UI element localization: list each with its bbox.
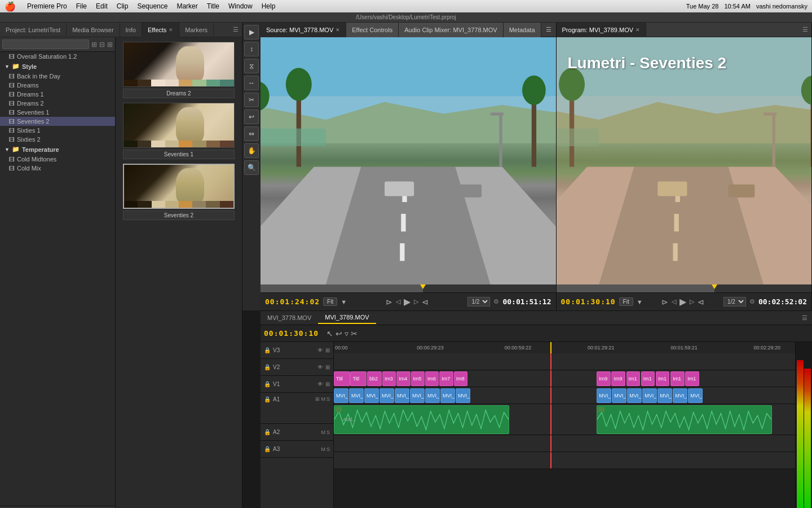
tree-item-seventies1[interactable]: 🎞 Seventies 1	[0, 108, 115, 117]
menu-marker[interactable]: Marker	[176, 2, 197, 10]
clip-v2-im1a[interactable]: Im1	[626, 371, 641, 386]
mute-a3[interactable]: M	[321, 446, 325, 452]
menu-file[interactable]: File	[76, 2, 87, 10]
clip-v1-mvi1[interactable]: MVI_	[334, 388, 348, 403]
clip-v2-im4[interactable]: Im4	[396, 371, 411, 386]
close-program-tab[interactable]: ✕	[636, 27, 640, 33]
sync-a1[interactable]: ⊞	[315, 396, 320, 402]
source-fit-button[interactable]: Fit	[323, 297, 337, 306]
timeline-menu[interactable]: ☰	[797, 314, 812, 322]
eye-v1[interactable]: 👁	[317, 381, 323, 387]
menu-clip[interactable]: Clip	[117, 2, 129, 10]
solo-a3[interactable]: S	[326, 446, 330, 452]
tab-project[interactable]: Project: LumetriTest	[0, 23, 67, 37]
timeline-razor-tool[interactable]: ✂	[351, 329, 358, 338]
mute-a2[interactable]: M	[321, 430, 325, 435]
track-a1[interactable]: Aud...	[334, 404, 795, 435]
tree-item-dreams2[interactable]: 🎞 Dreams 2	[0, 99, 115, 108]
select-tool[interactable]: ▶	[244, 25, 259, 40]
tree-item-cold-mix[interactable]: 🎞 Cold Mix	[0, 164, 115, 173]
program-panel-menu[interactable]: ☰	[799, 26, 811, 33]
clip-v2-titl1[interactable]: Titl	[334, 371, 350, 386]
close-effects-tab[interactable]: ✕	[169, 27, 173, 33]
audio-clip-mixer-tab[interactable]: Audio Clip Mixer: MVI_3778.MOV	[399, 23, 503, 37]
mark-in-icon[interactable]: ⊳	[386, 297, 392, 306]
clip-v1-mvi9[interactable]: MVI_	[456, 388, 470, 403]
menu-edit[interactable]: Edit	[96, 2, 108, 10]
track-select-tool[interactable]: ↕	[244, 42, 259, 56]
clip-v1-mvi2[interactable]: MVI_	[349, 388, 364, 403]
close-source-tab[interactable]: ✕	[336, 27, 340, 33]
lock-a1[interactable]: 🔒	[264, 396, 271, 402]
tab-info[interactable]: Info	[120, 23, 142, 37]
razor-tool[interactable]: ✂	[244, 93, 259, 107]
menu-title[interactable]: Title	[207, 2, 219, 10]
eye-v2[interactable]: 👁	[317, 364, 323, 370]
clip-v2-im5[interactable]: Im5	[411, 371, 425, 386]
program-scrubber[interactable]	[557, 284, 811, 292]
lock-a3[interactable]: 🔒	[264, 446, 271, 452]
program-playhead[interactable]	[712, 284, 717, 289]
lock-v2[interactable]: 🔒	[264, 364, 271, 370]
mute-a1[interactable]: M	[321, 396, 325, 402]
tree-group-temperature[interactable]: ▼ 📁 Temperature	[0, 144, 115, 155]
tree-item-sixties1[interactable]: 🎞 Sixties 1	[0, 126, 115, 135]
program-mark-out-icon[interactable]: ⊲	[698, 297, 704, 306]
clip-v2-im7[interactable]: Im7	[439, 371, 453, 386]
ripple-edit-tool[interactable]: ⧖	[244, 59, 259, 73]
program-next-frame-icon[interactable]: ▷	[690, 298, 694, 305]
program-fraction-select[interactable]: 1/2	[723, 297, 746, 306]
clip-v1-mvic[interactable]: MVI_	[627, 388, 642, 403]
tab-markers[interactable]: Markers	[179, 23, 214, 37]
clip-v2-im1d[interactable]: Im1	[670, 371, 685, 386]
clip-v1-mvi3[interactable]: MVI_	[364, 388, 379, 403]
clip-v2-im9b[interactable]: Im9	[611, 371, 625, 386]
clip-v2-im1b[interactable]: Im1	[641, 371, 655, 386]
clip-v1-mvia[interactable]: MVI_	[597, 388, 611, 403]
program-scale-arrow[interactable]: ▼	[637, 299, 643, 305]
clip-v1-mvig[interactable]: MVI_	[688, 388, 703, 403]
track-a2[interactable]	[334, 435, 795, 452]
play-icon[interactable]: ▶	[404, 296, 411, 307]
lock-a2[interactable]: 🔒	[264, 429, 271, 435]
track-a3[interactable]	[334, 452, 795, 469]
lock-v1[interactable]: 🔒	[264, 381, 271, 387]
program-play-icon[interactable]: ▶	[679, 296, 686, 307]
zoom-tool[interactable]: 🔍	[244, 160, 259, 175]
clip-v2-bb2[interactable]: bb2	[367, 371, 382, 386]
slide-tool[interactable]: ⇔	[244, 126, 259, 141]
tree-item-cold-midtones[interactable]: 🎞 Cold Midtones	[0, 155, 115, 164]
source-settings-icon[interactable]: ⚙	[493, 298, 499, 305]
effect-preview-dreams2[interactable]: Dreams 2	[123, 42, 235, 98]
metadata-tab[interactable]: Metadata	[504, 23, 541, 37]
sync-v3[interactable]: ⊞	[325, 347, 330, 353]
track-v2[interactable]: Titl Titl bb2 Im3 Im4 Im5 Im6 Im7 Im8 Im…	[334, 370, 795, 387]
tree-item-dreams[interactable]: 🎞 Dreams	[0, 81, 115, 90]
clip-v1-mvid[interactable]: MVI_	[642, 388, 657, 403]
tree-item-dreams1[interactable]: 🎞 Dreams 1	[0, 90, 115, 99]
solo-a1[interactable]: S	[326, 396, 330, 402]
eye-v3[interactable]: 👁	[317, 347, 323, 353]
program-settings-icon[interactable]: ⚙	[749, 298, 755, 305]
tree-item-seventies2[interactable]: 🎞 Seventies 2	[0, 117, 115, 126]
tree-item-sixties2[interactable]: 🎞 Sixties 2	[0, 135, 115, 144]
timeline-slip-tool[interactable]: ▿	[345, 329, 348, 338]
program-prev-frame-icon[interactable]: ◁	[672, 298, 676, 305]
menu-sequence[interactable]: Sequence	[137, 2, 167, 10]
lock-v3[interactable]: 🔒	[264, 347, 271, 353]
clip-v2-im6[interactable]: Im6	[425, 371, 439, 386]
clip-v1-mvi8[interactable]: MVI_	[440, 388, 455, 403]
clip-v2-im9a[interactable]: Im9	[597, 371, 611, 386]
clip-v1-mvib[interactable]: MVI_	[612, 388, 626, 403]
slip-tool[interactable]: ↩	[244, 110, 259, 124]
track-v1[interactable]: MVI_ MVI_ MVI_ MVI_: MVI_ MVI_ MVI_ MVI_…	[334, 387, 795, 404]
program-fit-button[interactable]: Fit	[619, 297, 633, 306]
menu-help[interactable]: Help	[262, 2, 276, 10]
search-input[interactable]	[2, 40, 89, 49]
tree-item-overall-saturation[interactable]: 🎞 Overall Saturation 1.2	[0, 52, 115, 61]
tree-group-style[interactable]: ▼ 📁 Style	[0, 61, 115, 72]
timeline-tab-mv3789[interactable]: MVI_3789.MOV	[318, 312, 376, 324]
clip-v1-mvi5[interactable]: MVI_	[395, 388, 409, 403]
tab-media-browser[interactable]: Media Browser	[67, 23, 120, 37]
panel-menu-icon[interactable]: ☰	[230, 26, 242, 33]
